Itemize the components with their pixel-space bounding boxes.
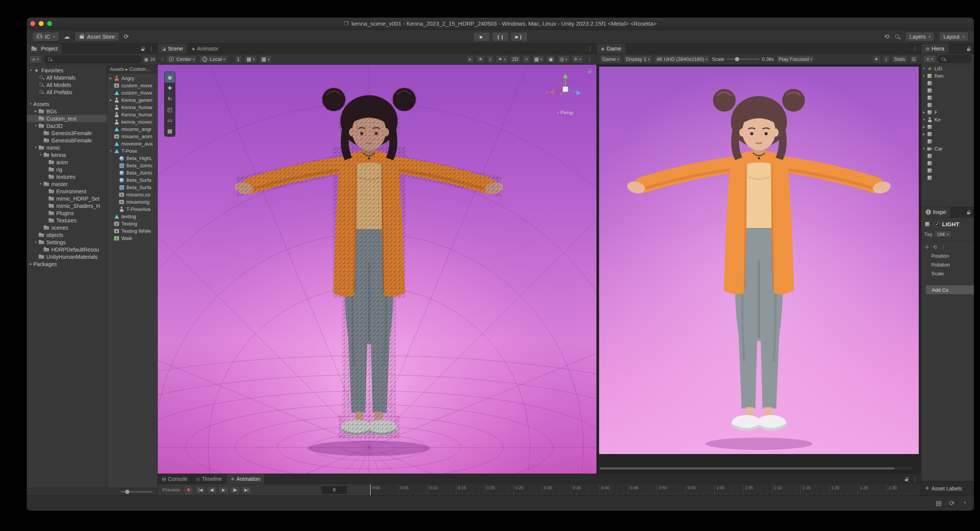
expand-arrow-icon[interactable]: ▶	[28, 262, 33, 266]
tree-item[interactable]: textures	[27, 173, 107, 180]
hierarchy-item[interactable]: ▶	[921, 123, 974, 131]
grid-dropdown-icon[interactable]: ▦▾	[532, 55, 545, 63]
scrollbar-thumb[interactable]	[600, 467, 895, 469]
create-asset-button[interactable]: + ▾	[29, 56, 42, 63]
game-viewport[interactable]	[597, 65, 921, 474]
tree-item[interactable]: All Prefabs	[27, 88, 107, 96]
shaded-mode-icon[interactable]: ◐	[466, 55, 474, 63]
pause-button[interactable]: ❙❙	[492, 32, 509, 41]
current-frame-field[interactable]: 0	[322, 486, 347, 494]
zoom-window-button[interactable]	[47, 21, 52, 26]
hierarchy-search-input[interactable]	[949, 56, 969, 62]
rect-tool[interactable]: ▭	[165, 115, 175, 126]
lock-icon[interactable]	[965, 209, 972, 215]
tree-item[interactable]: Genesis8Female	[27, 137, 107, 144]
drag-handle-icon[interactable]: ∷	[161, 57, 164, 62]
object-name[interactable]: LIGHT	[942, 221, 959, 227]
play-button[interactable]: ▶	[473, 32, 490, 41]
tab-hierarchy[interactable]: ▤ Hiera	[921, 44, 949, 54]
project-search[interactable]	[44, 56, 142, 63]
file-item[interactable]: Kenna_humar	[107, 104, 157, 111]
expand-arrow-icon[interactable]: ▶	[921, 132, 926, 136]
file-item[interactable]: Texting	[107, 220, 157, 227]
tree-item[interactable]: ▼Daz3D	[27, 122, 107, 129]
expand-arrow-icon[interactable]: ▼	[921, 67, 926, 70]
tree-item[interactable]: ▼Settings	[27, 239, 107, 246]
tree-item[interactable]: Plugins	[27, 209, 107, 217]
lock-icon[interactable]	[965, 46, 972, 52]
file-item[interactable]: Beta_HighL	[107, 155, 157, 162]
packages-status-icon[interactable]: ▤	[935, 499, 941, 507]
hierarchy-item[interactable]	[921, 80, 974, 87]
scene-viewport[interactable]: ◉✚↻◰▭▦ x	[158, 65, 596, 474]
record-button[interactable]	[185, 486, 192, 494]
layout-dropdown[interactable]: Layout ▾	[939, 32, 969, 41]
tree-item[interactable]: mimic_HDRP_Set	[27, 195, 107, 202]
tree-item[interactable]: ▶Packages	[27, 260, 107, 268]
tree-item[interactable]: anim	[27, 158, 107, 166]
tree-item[interactable]: UnityHumanMaterials	[27, 253, 107, 260]
tab-scene[interactable]: ◪ Scene	[158, 44, 188, 54]
hierarchy-item[interactable]	[921, 152, 974, 160]
first-key-button[interactable]: |◀	[195, 486, 206, 494]
file-item[interactable]: T-PoseAva	[107, 206, 157, 213]
active-checkbox[interactable]: ✓	[934, 222, 940, 227]
account-dropdown[interactable]: IC ▾	[32, 32, 59, 41]
file-item[interactable]: custom_move	[107, 82, 157, 89]
gizmos-dropdown[interactable]: G	[910, 55, 918, 63]
tree-item[interactable]: HDRPDefaultResou	[27, 246, 107, 253]
expand-arrow-icon[interactable]: ▼	[921, 118, 926, 121]
layers-dropdown[interactable]: Layers ▾	[905, 32, 935, 41]
minimize-window-button[interactable]	[39, 21, 44, 26]
game-mode-dropdown[interactable]: Game ▾	[600, 55, 621, 63]
gizmo-lock-icon[interactable]	[586, 68, 593, 74]
expand-arrow-icon[interactable]: ▼	[38, 153, 43, 157]
fog-toggle-icon[interactable]: ≈	[523, 55, 530, 63]
hierarchy-item[interactable]: ▼LIG	[921, 65, 974, 72]
tree-item[interactable]: ▼Favorites	[27, 67, 107, 74]
game-fx-icon[interactable]: ✦	[872, 55, 881, 63]
file-item[interactable]: Beta_Surfa	[107, 176, 157, 184]
next-key-button[interactable]: |▶	[230, 486, 240, 494]
search-icon[interactable]	[894, 33, 901, 40]
expand-arrow-icon[interactable]: ▼	[921, 147, 926, 150]
file-item[interactable]: mixamorig:	[107, 198, 157, 206]
lighting-toggle-icon[interactable]: ☀	[476, 55, 485, 63]
last-key-button[interactable]: ▶|	[241, 486, 252, 494]
tab-project[interactable]: Project	[27, 44, 62, 54]
hierarchy-item[interactable]	[921, 101, 974, 109]
game-audio-icon[interactable]: ♪	[883, 55, 890, 63]
hierarchy-item[interactable]: ▼Ren	[921, 72, 974, 80]
tab-game[interactable]: ◉ Game	[597, 44, 626, 54]
menu-dots-icon[interactable]: ⋮	[147, 46, 155, 52]
rotate-tool[interactable]: ↻	[165, 93, 175, 104]
file-item[interactable]: ▶Angry	[107, 75, 157, 82]
expand-arrow-icon[interactable]: ▼	[108, 149, 113, 153]
menu-dots-icon[interactable]: ⋮	[586, 56, 593, 62]
hierarchy-item[interactable]	[921, 174, 974, 181]
hierarchy-item[interactable]	[921, 138, 974, 145]
move-tool[interactable]: ✚	[165, 83, 175, 93]
tree-item[interactable]: ▼master	[27, 180, 107, 188]
file-item[interactable]: ▼T-Pose	[107, 147, 157, 155]
tree-item[interactable]: ▼kenna	[27, 151, 107, 158]
visibility-toggle-icon[interactable]: ◉	[546, 55, 555, 63]
expand-arrow-icon[interactable]: ▼	[28, 69, 33, 72]
file-item[interactable]: mixamo_angr	[107, 126, 157, 133]
tab-console[interactable]: ▤Console	[158, 474, 192, 484]
camera-dropdown-icon[interactable]: ◎▾	[557, 55, 570, 63]
orientation-gizmo[interactable]: x ‹ Persp	[544, 72, 586, 116]
scale-slider[interactable]	[727, 59, 760, 60]
effects-dropdown-icon[interactable]: ✦▾	[496, 55, 508, 63]
display-dropdown[interactable]: Display 1 ▾	[624, 55, 652, 63]
file-item[interactable]: Beta_Joints	[107, 169, 157, 176]
file-item[interactable]: Walk	[107, 235, 157, 242]
progress-status-icon[interactable]: ◔	[962, 499, 966, 507]
audio-toggle-icon[interactable]: ♪	[487, 55, 494, 63]
pivot-dropdown[interactable]: Center ▾	[166, 55, 197, 63]
expand-arrow-icon[interactable]: ▶	[33, 109, 38, 113]
hierarchy-item[interactable]	[921, 160, 974, 167]
resolution-dropdown[interactable]: 4K UHD (3840x2160) ▾	[654, 55, 710, 63]
file-item[interactable]: Kenna_humar	[107, 111, 157, 118]
file-item[interactable]: mixamo.co	[107, 191, 157, 198]
